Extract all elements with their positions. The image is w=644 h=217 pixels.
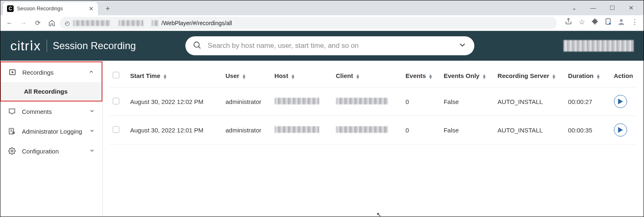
sort-icon: ▲▼: [482, 74, 486, 79]
row-checkbox[interactable]: [109, 116, 127, 144]
cell-user: administrator: [222, 87, 271, 116]
sidebar-item-admin-logging[interactable]: Administrator Logging: [0, 121, 102, 141]
svg-point-11: [11, 150, 13, 152]
site-info-icon[interactable]: ◴: [65, 20, 70, 26]
table-header-row: Start Time▲▼ User▲▼ Host▲▼ Client▲▼ Even…: [109, 64, 637, 87]
recordings-table: Start Time▲▼ User▲▼ Host▲▼ Client▲▼ Even…: [109, 64, 637, 144]
header-checkbox[interactable]: [109, 64, 127, 87]
table-row[interactable]: August 30, 2022 12:01 PM administrator 0…: [109, 116, 637, 144]
search-icon: [193, 41, 202, 51]
cell-host-redacted: [271, 116, 333, 144]
cell-events: 0: [402, 87, 440, 116]
sidebar-subitem-label: All Recordings: [24, 88, 68, 95]
brand-divider: [47, 40, 47, 52]
minimize-icon[interactable]: —: [586, 5, 601, 11]
chevron-down-icon: [89, 128, 95, 135]
sidebar-item-label: Comments: [22, 108, 52, 115]
header-duration[interactable]: Duration▲▼: [565, 64, 611, 87]
tab-title: Session Recordings: [17, 6, 63, 12]
header-action: Action: [611, 64, 637, 87]
sidebar-item-label: Configuration: [22, 148, 59, 155]
home-button[interactable]: [46, 17, 57, 29]
back-button[interactable]: ←: [4, 17, 15, 29]
sidebar-subitem-all-recordings[interactable]: All Recordings: [1, 82, 102, 101]
kebab-menu-icon[interactable]: ⋮: [629, 18, 640, 28]
cell-start-time: August 30, 2022 12:01 PM: [127, 116, 222, 144]
header-start-time[interactable]: Start Time▲▼: [127, 64, 222, 87]
search-bar[interactable]: [185, 36, 474, 55]
cell-duration: 00:00:27: [565, 87, 611, 116]
sort-icon: ▲▼: [355, 74, 360, 79]
cell-events-only: False: [440, 116, 495, 144]
svg-marker-13: [618, 127, 623, 133]
chevron-down-icon: [89, 108, 95, 115]
user-area-redacted: [564, 40, 634, 52]
reading-list-icon[interactable]: [602, 18, 614, 28]
cell-start-time: August 30, 2022 12:02 PM: [127, 87, 222, 116]
comment-icon: [8, 107, 16, 116]
row-checkbox[interactable]: [109, 87, 127, 116]
sidebar: Recordings All Recordings Comments Admin…: [0, 61, 103, 217]
close-tab-icon[interactable]: ✕: [89, 5, 94, 12]
sidebar-item-recordings[interactable]: Recordings: [1, 62, 102, 82]
new-tab-button[interactable]: +: [102, 3, 114, 14]
share-icon[interactable]: [563, 18, 574, 28]
address-bar[interactable]: ◴ /WebPlayer/#/recordings/all: [60, 17, 557, 29]
cell-client-redacted: [333, 116, 402, 144]
content-area: Start Time▲▼ User▲▼ Host▲▼ Client▲▼ Even…: [103, 61, 644, 217]
cell-recording-server: AUTO_INSTALL: [494, 116, 565, 144]
cell-recording-server: AUTO_INSTALL: [494, 87, 565, 116]
cell-action: [611, 116, 637, 144]
chevron-down-icon: [89, 148, 95, 155]
reload-button[interactable]: ⟳: [32, 17, 43, 29]
product-name: Session Recording: [53, 40, 136, 52]
redacted-host: [73, 20, 158, 26]
table-row[interactable]: August 30, 2022 12:02 PM administrator 0…: [109, 87, 637, 116]
cell-events-only: False: [440, 87, 495, 116]
cell-host-redacted: [271, 87, 333, 116]
svg-point-2: [620, 19, 623, 22]
star-icon[interactable]: ☆: [576, 18, 587, 28]
header-events-only[interactable]: Events Only▲▼: [440, 64, 495, 87]
play-button[interactable]: [614, 123, 627, 137]
url-path: /WebPlayer/#/recordings/all: [161, 20, 232, 26]
favicon-icon: C: [7, 5, 14, 12]
svg-marker-12: [618, 99, 623, 104]
sidebar-item-configuration[interactable]: Configuration: [0, 141, 102, 161]
sort-icon: ▲▼: [291, 74, 295, 79]
chevron-up-icon: [88, 69, 94, 76]
sort-icon: ▲▼: [428, 74, 433, 79]
header-user[interactable]: User▲▼: [222, 64, 271, 87]
header-client[interactable]: Client▲▼: [333, 64, 402, 87]
header-events[interactable]: Events▲▼: [402, 64, 440, 87]
cell-user: administrator: [222, 116, 271, 144]
highlight-annotation: Recordings All Recordings: [0, 61, 102, 101]
cell-events: 0: [402, 116, 440, 144]
forward-button[interactable]: →: [18, 17, 29, 29]
svg-line-4: [199, 46, 201, 48]
cell-action: [611, 87, 637, 116]
svg-point-1: [609, 23, 611, 25]
sort-icon: ▲▼: [596, 74, 601, 79]
extensions-icon[interactable]: [589, 18, 601, 28]
search-dropdown-icon[interactable]: [458, 40, 467, 52]
maximize-icon[interactable]: ☐: [605, 5, 620, 11]
sidebar-item-comments[interactable]: Comments: [0, 101, 102, 121]
header-host[interactable]: Host▲▼: [271, 64, 333, 87]
sort-icon: ▲▼: [163, 74, 167, 79]
profile-icon[interactable]: [616, 18, 627, 28]
svg-marker-6: [12, 71, 14, 73]
svg-point-3: [194, 42, 199, 47]
sidebar-item-label: Recordings: [22, 69, 54, 76]
close-window-icon[interactable]: ✕: [624, 5, 639, 11]
gear-icon: [8, 147, 16, 155]
brand-logo: citri̇̇x: [10, 38, 41, 54]
play-button[interactable]: [614, 95, 627, 108]
header-recording-server[interactable]: Recording Server▲▼: [494, 64, 565, 87]
search-input[interactable]: [208, 42, 452, 50]
tab-search-icon[interactable]: ⌄: [567, 5, 582, 11]
sort-icon: ▲▼: [552, 74, 556, 79]
log-user-icon: [8, 127, 16, 135]
sidebar-item-label: Administrator Logging: [22, 128, 82, 135]
browser-tab[interactable]: C Session Recordings ✕: [3, 2, 98, 15]
